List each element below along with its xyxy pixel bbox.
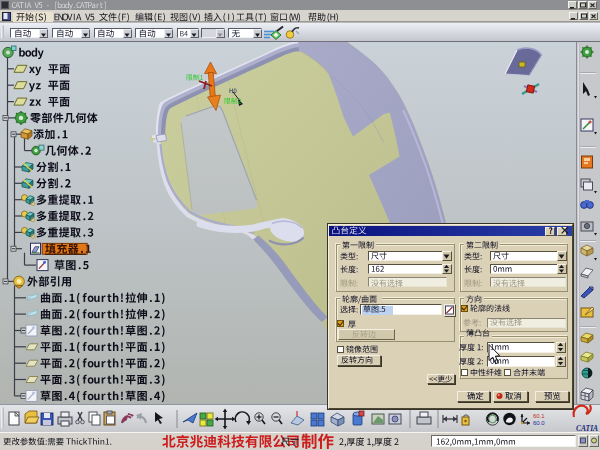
svg-text:60.1: 60.1: [533, 413, 545, 419]
svg-text:CATIA: CATIA: [576, 424, 598, 433]
svg-text:60.0: 60.0: [533, 420, 545, 426]
